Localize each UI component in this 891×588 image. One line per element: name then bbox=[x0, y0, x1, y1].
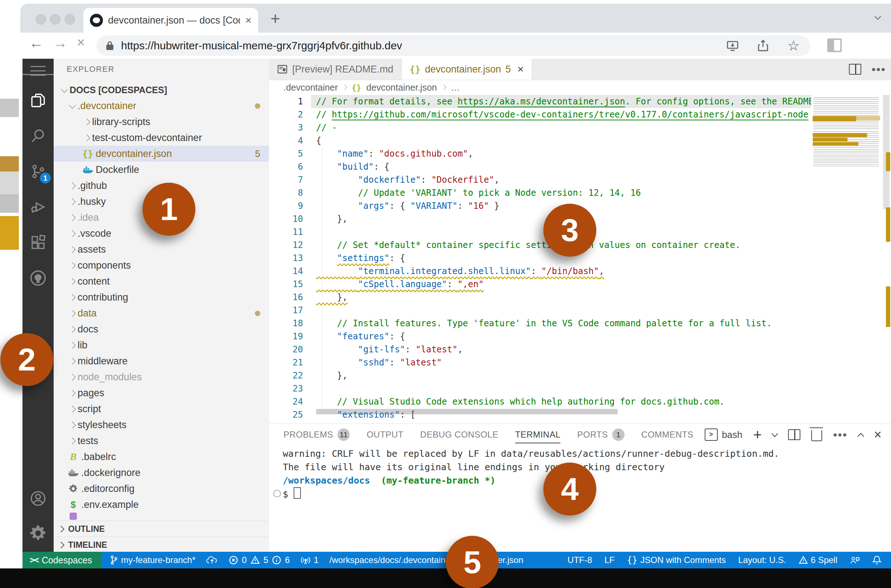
terminal[interactable]: warning: CRLF will be replaced by LF in … bbox=[283, 447, 779, 501]
run-debug-icon[interactable] bbox=[22, 191, 54, 223]
tree-item-data[interactable]: data bbox=[54, 305, 269, 321]
sync-status[interactable] bbox=[206, 555, 218, 565]
timeline-section-header[interactable]: TIMELINE bbox=[54, 537, 269, 552]
code-line-11[interactable]: 11 bbox=[269, 225, 811, 238]
window-minimize-button[interactable] bbox=[50, 14, 60, 25]
editor-more-actions-icon[interactable]: ••• bbox=[872, 67, 886, 72]
breadcrumb-symbol[interactable]: … bbox=[451, 82, 460, 93]
code-line-6[interactable]: 6 "build": { bbox=[269, 160, 811, 173]
split-terminal-icon[interactable] bbox=[788, 429, 800, 440]
code-line-9[interactable]: 9 "args": { "VARIANT": "16" } bbox=[269, 200, 811, 212]
tree-item-assets[interactable]: assets bbox=[54, 242, 269, 257]
tab-close-icon[interactable]: × bbox=[517, 63, 524, 75]
tree-item-stylesheets[interactable]: stylesheets bbox=[54, 417, 269, 433]
bookmark-star-icon[interactable]: ☆ bbox=[788, 39, 800, 52]
code-line-14[interactable]: 14 "terminal.integrated.shell.linux": "/… bbox=[269, 265, 811, 278]
breadcrumb-file[interactable]: devcontainer.json bbox=[366, 82, 437, 93]
branch-status[interactable]: my-feature-branch* bbox=[110, 555, 195, 565]
new-terminal-icon[interactable]: + bbox=[753, 427, 762, 443]
spell-status[interactable]: 6 Spell bbox=[799, 555, 837, 565]
extensions-icon[interactable] bbox=[22, 227, 54, 258]
ports-status[interactable]: 1 bbox=[300, 555, 318, 565]
code-line-22[interactable]: 22 }, bbox=[269, 369, 811, 382]
breadcrumb-folder[interactable]: .devcontainer bbox=[284, 82, 338, 93]
stop-icon[interactable]: × bbox=[77, 35, 85, 50]
tree-item-.babelrc[interactable]: B.babelrc bbox=[54, 449, 269, 465]
search-icon[interactable] bbox=[22, 120, 54, 152]
close-panel-icon[interactable]: × bbox=[874, 427, 882, 442]
eol-status[interactable]: LF bbox=[604, 555, 615, 565]
maximize-panel-icon[interactable] bbox=[857, 433, 864, 440]
window-zoom-button[interactable] bbox=[64, 14, 75, 25]
code-line-15[interactable]: 15 "cSpell.language": ",en" bbox=[269, 278, 811, 291]
new-tab-button[interactable]: + bbox=[270, 9, 280, 28]
code-line-10[interactable]: 10 }, bbox=[269, 212, 811, 225]
tree-item-.editorconfig[interactable]: .editorconfig bbox=[54, 481, 269, 496]
tree-item-middleware[interactable]: middleware bbox=[54, 353, 269, 369]
panel-tab-problems[interactable]: PROBLEMS11 bbox=[284, 424, 350, 446]
back-icon[interactable]: ← bbox=[29, 35, 44, 51]
notifications-status[interactable] bbox=[872, 555, 882, 565]
source-control-icon[interactable]: 1 bbox=[22, 156, 54, 187]
tab-close-icon[interactable]: × bbox=[245, 15, 252, 26]
install-icon[interactable] bbox=[726, 40, 739, 51]
account-icon[interactable] bbox=[22, 483, 54, 514]
tree-item-contributing[interactable]: contributing bbox=[54, 289, 269, 305]
panel-tab-terminal[interactable]: TERMINAL bbox=[515, 424, 560, 446]
tree-item-lib[interactable]: lib bbox=[54, 337, 269, 353]
code-line-8[interactable]: 8 // Update 'VARIANT' to pick a Node ver… bbox=[269, 186, 811, 200]
code-area[interactable]: 1// For format details, see https://aka.… bbox=[269, 95, 811, 423]
github-icon[interactable] bbox=[22, 262, 54, 294]
panel-tab-output[interactable]: OUTPUT bbox=[366, 424, 404, 446]
code-line-5[interactable]: 5 "name": "docs.github.com", bbox=[269, 147, 811, 160]
encoding-status[interactable]: UTF-8 bbox=[568, 555, 592, 565]
outline-section-header[interactable]: OUTLINE bbox=[54, 520, 269, 537]
tab-devcontainer-json[interactable]: {} devcontainer.json 5 × bbox=[402, 59, 532, 80]
code-line-23[interactable]: 23 bbox=[269, 382, 811, 395]
code-line-1[interactable]: 1// For format details, see https://aka.… bbox=[269, 95, 811, 108]
share-icon[interactable] bbox=[758, 40, 768, 51]
tree-item-content[interactable]: content bbox=[54, 273, 269, 289]
tree-item-.devcontainer[interactable]: .devcontainer bbox=[54, 98, 269, 114]
overview-ruler[interactable] bbox=[882, 95, 891, 423]
tree-item-Dockerfile[interactable]: Dockerfile bbox=[54, 162, 269, 178]
code-line-4[interactable]: 4{ bbox=[269, 134, 811, 147]
window-close-button[interactable] bbox=[36, 14, 46, 25]
tab-overflow-chevron-icon[interactable] bbox=[875, 14, 880, 20]
browser-tab[interactable]: devcontainer.json — docs [Cod × bbox=[83, 8, 258, 33]
tree-item-partial[interactable] bbox=[54, 513, 269, 520]
tree-item-.dockerignore[interactable]: .dockerignore bbox=[54, 465, 269, 481]
problems-status[interactable]: 0 5 6 bbox=[229, 555, 290, 565]
tree-item-library-scripts[interactable]: library-scripts bbox=[54, 114, 269, 130]
code-line-3[interactable]: 3// - bbox=[269, 121, 811, 134]
sidebar-toggle-icon[interactable] bbox=[827, 38, 842, 52]
address-bar[interactable]: https://hubwriter-musical-meme-grx7rggrj… bbox=[96, 36, 810, 56]
breadcrumb[interactable]: .devcontainer {} devcontainer.json … bbox=[269, 80, 891, 95]
remote-indicator[interactable]: >< Codespaces bbox=[22, 552, 102, 568]
panel-tab-comments[interactable]: COMMENTS bbox=[641, 424, 693, 446]
minimap[interactable] bbox=[811, 95, 882, 423]
terminal-dropdown-icon[interactable] bbox=[772, 430, 778, 437]
settings-gear-icon[interactable] bbox=[22, 518, 54, 549]
tree-item-DOCS [CODESPACES][interactable]: DOCS [CODESPACES] bbox=[54, 82, 269, 98]
panel-more-actions-icon[interactable]: ••• bbox=[833, 432, 848, 437]
code-line-20[interactable]: 20 "git-lfs": "latest", bbox=[269, 343, 811, 356]
code-line-13[interactable]: 13 "settings": { bbox=[269, 252, 811, 265]
code-line-17[interactable]: 17 bbox=[269, 304, 811, 317]
tree-item-test-custom-devcontainer[interactable]: test-custom-devcontainer bbox=[54, 130, 269, 146]
code-line-21[interactable]: 21 "sshd": "latest" bbox=[269, 356, 811, 369]
language-mode-status[interactable]: {} JSON with Comments bbox=[627, 555, 726, 565]
explorer-icon[interactable] bbox=[22, 85, 54, 116]
code-line-7[interactable]: 7 "dockerfile": "Dockerfile", bbox=[269, 173, 811, 186]
tab-readme-preview[interactable]: [Preview] README.md bbox=[269, 59, 402, 80]
tree-item-script[interactable]: script bbox=[54, 401, 269, 417]
code-line-18[interactable]: 18 // Install features. Type 'feature' i… bbox=[269, 317, 811, 330]
tree-item-docs[interactable]: docs bbox=[54, 321, 269, 337]
split-editor-icon[interactable] bbox=[849, 64, 861, 75]
kill-terminal-icon[interactable] bbox=[811, 430, 822, 441]
tree-item-devcontainer.json[interactable]: {}devcontainer.json5 bbox=[54, 146, 269, 162]
keyboard-layout-status[interactable]: Layout: U.S. bbox=[738, 555, 786, 565]
code-line-16[interactable]: 16 }, bbox=[269, 291, 811, 304]
forward-icon[interactable]: → bbox=[53, 35, 68, 51]
terminal-selector[interactable]: > bash bbox=[705, 429, 742, 441]
